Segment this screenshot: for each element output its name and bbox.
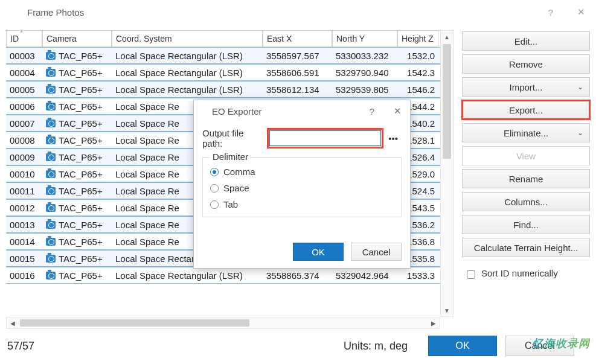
sort-id-checkbox[interactable] — [467, 270, 475, 279]
columns-button[interactable]: Columns... — [462, 192, 590, 211]
cell-camera: TAC_P65+ — [42, 65, 112, 80]
modal-close-button[interactable]: ✕ — [385, 100, 410, 122]
radio-icon — [210, 200, 219, 209]
delimiter-fieldset: Delimiter Comma Space Tab — [202, 157, 402, 217]
radio-icon — [210, 184, 219, 193]
col-camera[interactable]: Camera — [42, 30, 112, 47]
eliminate-label: Eliminate... — [504, 128, 548, 138]
cell-camera: TAC_P65+ — [42, 115, 112, 131]
col-north-y[interactable]: North Y — [332, 30, 397, 47]
cell-height-z: 1546.2 — [397, 81, 438, 97]
cell-id: 00014 — [6, 234, 42, 249]
output-path-input[interactable] — [269, 130, 381, 146]
cell-camera: TAC_P65+ — [42, 183, 112, 199]
cell-height-z: 1532.0 — [397, 48, 438, 63]
modal-titlebar: EO Exporter ? ✕ — [194, 100, 410, 122]
vertical-scrollbar[interactable]: ▲ ▼ — [440, 30, 453, 317]
rename-button[interactable]: Rename — [462, 169, 590, 188]
chevron-down-icon: ⌄ — [577, 129, 583, 137]
horizontal-scrollbar[interactable]: ◀ ▶ — [6, 317, 440, 329]
help-button[interactable]: ? — [536, 0, 566, 24]
modal-help-button[interactable]: ? — [359, 100, 385, 122]
hscroll-thumb[interactable] — [20, 319, 249, 327]
col-coord-system[interactable]: Coord. System — [112, 30, 263, 47]
modal-ok-button[interactable]: OK — [293, 243, 344, 261]
cell-id: 00006 — [6, 98, 42, 114]
modal-title: EO Exporter — [212, 106, 262, 117]
cell-east-x: 3558606.591 — [263, 65, 332, 80]
radio-icon — [210, 168, 219, 176]
scroll-up-icon[interactable]: ▲ — [441, 31, 453, 43]
cell-east-x: 3558612.134 — [263, 81, 332, 97]
find-button[interactable]: Find... — [462, 215, 590, 234]
cell-camera: TAC_P65+ — [42, 200, 112, 216]
delimiter-space-radio[interactable]: Space — [210, 183, 394, 193]
cell-id: 00016 — [6, 267, 42, 283]
scroll-right-icon[interactable]: ▶ — [428, 318, 440, 328]
eo-exporter-dialog: EO Exporter ? ✕ Output file path: ••• De… — [193, 100, 411, 269]
cell-camera: TAC_P65+ — [42, 132, 112, 148]
cell-north-y: 5330033.232 — [332, 48, 397, 63]
col-id[interactable]: ID — [6, 30, 42, 47]
close-button[interactable]: ✕ — [566, 0, 596, 24]
camera-icon — [46, 272, 56, 279]
scroll-thumb[interactable] — [443, 44, 451, 159]
cell-id: 00004 — [6, 65, 42, 80]
cell-east-x: 3558597.567 — [263, 48, 332, 63]
edit-button[interactable]: Edit... — [462, 31, 590, 51]
cell-id: 00015 — [6, 251, 42, 266]
camera-icon — [46, 52, 56, 60]
delimiter-tab-radio[interactable]: Tab — [210, 199, 394, 209]
cell-id: 00009 — [6, 149, 42, 165]
table-header: ID Camera Coord. System East X North Y H… — [6, 30, 440, 47]
cell-coord-system: Local Space Rectangular (LSR) — [112, 48, 263, 63]
cell-camera: TAC_P65+ — [42, 48, 112, 63]
radio-label: Space — [223, 183, 249, 193]
import-button[interactable]: Import...⌄ — [462, 77, 590, 97]
window-titlebar: Frame Photos ? ✕ — [0, 0, 596, 24]
cell-id: 00010 — [6, 166, 42, 182]
cell-north-y: 5329539.805 — [332, 81, 397, 97]
radio-label: Tab — [223, 199, 238, 209]
scroll-down-icon[interactable]: ▼ — [441, 304, 453, 316]
camera-icon — [46, 103, 56, 110]
camera-icon — [46, 204, 56, 212]
camera-icon — [46, 221, 56, 229]
remove-button[interactable]: Remove — [462, 54, 590, 74]
cell-camera: TAC_P65+ — [42, 98, 112, 114]
camera-icon — [46, 120, 56, 127]
cell-camera: TAC_P65+ — [42, 234, 112, 249]
output-path-label: Output file path: — [202, 128, 266, 148]
footer: 57/57 Units: m, deg OK Cancel — [7, 334, 589, 358]
camera-icon — [46, 69, 56, 77]
table-row[interactable]: 00016TAC_P65+Local Space Rectangular (LS… — [6, 267, 440, 284]
import-label: Import... — [509, 82, 542, 92]
delimiter-comma-radio[interactable]: Comma — [210, 167, 394, 177]
calc-terrain-button[interactable]: Calculate Terrain Height... — [462, 238, 590, 257]
cell-camera: TAC_P65+ — [42, 149, 112, 165]
eliminate-button[interactable]: Eliminate...⌄ — [462, 123, 590, 142]
watermark: 忆海收录网 — [533, 336, 590, 351]
sort-id-label: Sort ID numerically — [481, 268, 558, 278]
col-east-x[interactable]: East X — [263, 30, 332, 47]
browse-button[interactable]: ••• — [385, 130, 402, 146]
col-height-z[interactable]: Height Z — [397, 30, 438, 47]
table-row[interactable]: 00003TAC_P65+Local Space Rectangular (LS… — [6, 47, 440, 64]
export-button[interactable]: Export... — [462, 100, 590, 120]
camera-icon — [46, 170, 56, 178]
table-row[interactable]: 00004TAC_P65+Local Space Rectangular (LS… — [6, 64, 440, 81]
dialog-ok-button[interactable]: OK — [428, 336, 497, 356]
cell-id: 00003 — [6, 48, 42, 63]
cell-coord-system: Local Space Rectangular (LSR) — [112, 81, 263, 97]
camera-icon — [46, 86, 56, 94]
cell-id: 00013 — [6, 217, 42, 232]
scroll-left-icon[interactable]: ◀ — [7, 318, 19, 328]
cell-east-x: 3558865.374 — [263, 267, 332, 283]
table-row[interactable]: 00005TAC_P65+Local Space Rectangular (LS… — [6, 81, 440, 98]
cell-camera: TAC_P65+ — [42, 217, 112, 232]
cell-camera: TAC_P65+ — [42, 251, 112, 266]
sort-id-checkbox-row[interactable]: Sort ID numerically — [462, 262, 590, 292]
cell-coord-system: Local Space Rectangular (LSR) — [112, 267, 263, 283]
camera-icon — [46, 136, 56, 144]
modal-cancel-button[interactable]: Cancel — [351, 243, 402, 261]
